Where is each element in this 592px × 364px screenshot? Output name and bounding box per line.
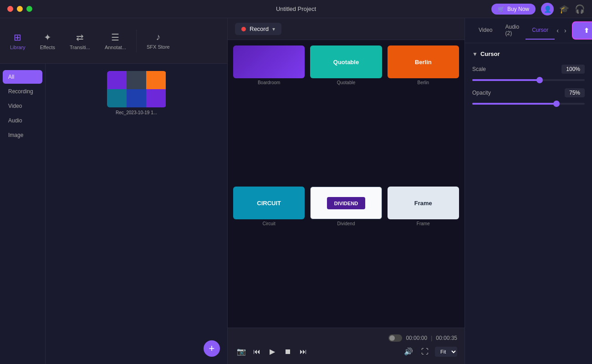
panel-body: All Recording Video Audio Image xyxy=(0,64,227,364)
export-icon: ⬆ xyxy=(584,27,589,34)
template-name-boardroom: Boardroom xyxy=(258,80,280,85)
add-media-button[interactable]: + xyxy=(204,340,220,357)
close-button[interactable] xyxy=(7,6,13,12)
annotations-label: Annotat... xyxy=(105,45,126,50)
scrubber[interactable] xyxy=(388,334,402,342)
template-card-berlin[interactable]: Berlin Berlin xyxy=(388,46,459,181)
record-dot xyxy=(241,27,246,31)
sidebar-item-image[interactable]: Image xyxy=(3,128,42,142)
scale-value: 100% xyxy=(561,65,585,74)
scale-fill xyxy=(472,79,540,81)
fullscreen-button[interactable]: ⛶ xyxy=(418,345,431,358)
media-sidebar: All Recording Video Audio Image xyxy=(0,64,46,364)
maximize-button[interactable] xyxy=(26,6,32,12)
export-button[interactable]: ⬆ Export xyxy=(572,21,592,40)
toolbar-library[interactable]: ⊞ Library xyxy=(4,28,32,54)
main-layout: ⊞ Library ✦ Effects ⇄ Transiti... ☰ Anno… xyxy=(0,18,592,364)
minimize-button[interactable] xyxy=(17,6,23,12)
cursor-section-title: Cursor xyxy=(480,51,500,57)
app-title: Untitled Project xyxy=(276,5,316,12)
effects-label: Effects xyxy=(40,45,55,50)
toolbar-annotations[interactable]: ☰ Annotat... xyxy=(98,28,133,54)
sidebar-item-audio[interactable]: Audio xyxy=(3,114,42,127)
sidebar-item-all[interactable]: All xyxy=(3,70,42,84)
toolbar-sfx[interactable]: ♪ SFX Store xyxy=(140,28,176,53)
template-text-circuit: CIRCUIT xyxy=(257,200,281,207)
right-tabs: Video Audio (2) Cursor ‹ › xyxy=(469,18,572,43)
opacity-track xyxy=(472,103,585,105)
preview-controls: 00:00:00 | 00:00:35 📷 ⏮ ▶ ⏹ ⏭ 🔊 ⛶ Fit xyxy=(228,328,464,364)
template-visual-frame: Frame xyxy=(388,187,459,219)
opacity-label: Opacity xyxy=(472,90,491,96)
template-name-dividend: Dividend xyxy=(337,221,355,226)
headphones-icon[interactable]: 🎧 xyxy=(575,4,585,14)
templates-grid: Boardroom Quotable Quotable Berlin Berli… xyxy=(228,40,464,328)
media-label: Rec_2023-10-19 1... xyxy=(116,110,157,115)
opacity-value: 75% xyxy=(565,88,585,97)
template-visual-berlin: Berlin xyxy=(388,46,459,78)
opacity-thumb[interactable] xyxy=(553,101,560,107)
template-name-frame: Frame xyxy=(417,221,430,226)
tabs-next-button[interactable]: › xyxy=(562,25,568,36)
titlebar: Untitled Project 🛒 Buy Now 👤 🎓 🎧 xyxy=(0,0,592,18)
transitions-label: Transiti... xyxy=(70,45,90,50)
scale-track xyxy=(472,79,585,81)
scale-label: Scale xyxy=(472,66,486,72)
user-avatar[interactable]: 👤 xyxy=(541,3,554,15)
graduation-icon[interactable]: 🎓 xyxy=(559,4,569,14)
forward-button[interactable]: ⏭ xyxy=(297,345,310,358)
buy-now-button[interactable]: 🛒 Buy Now xyxy=(491,4,536,15)
total-time: 00:00:35 xyxy=(436,335,457,341)
opacity-fill xyxy=(472,103,556,105)
toolbar-divider xyxy=(136,30,137,52)
opacity-slider[interactable] xyxy=(472,103,585,105)
template-card-dividend[interactable]: DIVIDEND Dividend xyxy=(310,187,382,322)
record-label: Record xyxy=(250,25,269,32)
template-card-frame[interactable]: Frame Frame xyxy=(388,187,459,322)
record-button[interactable]: Record ▾ xyxy=(235,23,281,35)
transitions-icon: ⇄ xyxy=(76,32,84,43)
scale-thumb[interactable] xyxy=(536,77,543,83)
cursor-section-header: ▼ Cursor xyxy=(472,51,585,57)
more-tabs: ‹ › xyxy=(555,25,568,36)
record-chevron-icon: ▾ xyxy=(272,26,275,32)
media-item[interactable]: Rec_2023-10-19 1... xyxy=(53,71,220,115)
stop-button[interactable]: ⏹ xyxy=(281,345,294,358)
scrubber-handle xyxy=(389,335,395,341)
template-name-circuit: Circuit xyxy=(262,221,275,226)
template-text-quotable: Quotable xyxy=(333,59,359,66)
template-card-boardroom[interactable]: Boardroom xyxy=(233,46,305,181)
rewind-button[interactable]: ⏮ xyxy=(250,345,263,358)
time-separator: | xyxy=(431,335,432,341)
fit-select[interactable]: Fit xyxy=(435,347,457,357)
effects-icon: ✦ xyxy=(44,32,51,43)
tab-cursor[interactable]: Cursor xyxy=(526,21,555,40)
template-card-quotable[interactable]: Quotable Quotable xyxy=(310,46,382,181)
playback-right: 🔊 ⛶ Fit xyxy=(402,345,457,358)
template-text-frame: Frame xyxy=(414,200,432,207)
template-text-berlin: Berlin xyxy=(415,59,432,66)
template-visual-circuit: CIRCUIT xyxy=(233,187,305,219)
playback-row: 📷 ⏮ ▶ ⏹ ⏭ 🔊 ⛶ Fit xyxy=(235,345,457,358)
template-visual-boardroom xyxy=(233,46,305,78)
right-content: ▼ Cursor Scale 100% Opacity 75% xyxy=(465,43,592,364)
screenshot-button[interactable]: 📷 xyxy=(235,345,248,358)
tabs-prev-button[interactable]: ‹ xyxy=(555,25,561,36)
toolbar-effects[interactable]: ✦ Effects xyxy=(34,28,61,54)
sidebar-item-video[interactable]: Video xyxy=(3,99,42,113)
left-panel: ⊞ Library ✦ Effects ⇄ Transiti... ☰ Anno… xyxy=(0,18,228,364)
volume-button[interactable]: 🔊 xyxy=(402,345,415,358)
tab-video[interactable]: Video xyxy=(472,21,499,40)
template-card-circuit[interactable]: CIRCUIT Circuit xyxy=(233,187,305,322)
toolbar-transitions[interactable]: ⇄ Transiti... xyxy=(63,28,97,54)
play-button[interactable]: ▶ xyxy=(266,345,279,358)
sfx-icon: ♪ xyxy=(156,32,160,42)
cart-icon: 🛒 xyxy=(498,6,505,12)
sidebar-item-recording[interactable]: Recording xyxy=(3,85,42,98)
library-label: Library xyxy=(10,45,26,50)
main-toolbar: ⊞ Library ✦ Effects ⇄ Transiti... ☰ Anno… xyxy=(0,18,227,64)
scale-slider[interactable] xyxy=(472,79,585,81)
tab-audio[interactable]: Audio (2) xyxy=(499,18,526,43)
playback-controls: 📷 ⏮ ▶ ⏹ ⏭ xyxy=(235,345,310,358)
annotations-icon: ☰ xyxy=(111,32,119,43)
